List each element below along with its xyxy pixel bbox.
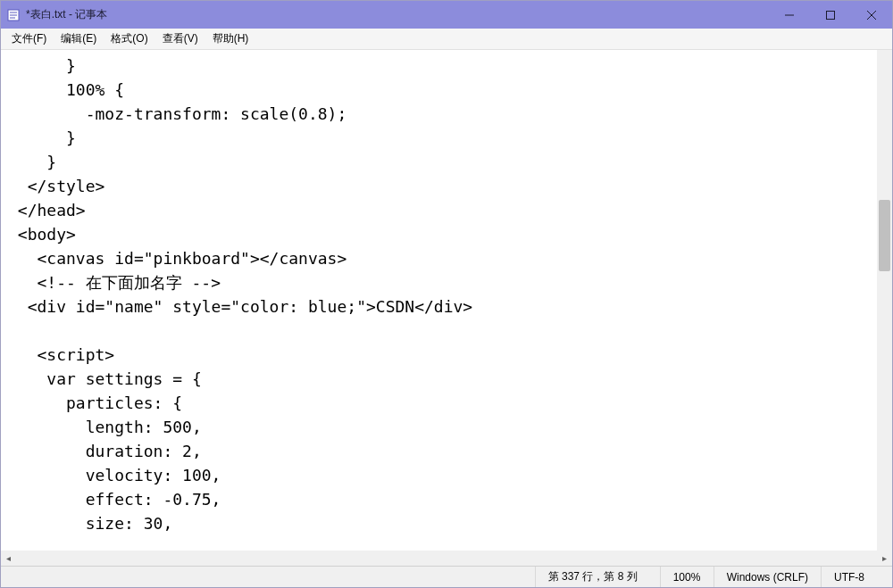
close-button[interactable] xyxy=(851,1,892,29)
horizontal-scrollbar[interactable]: ◂ ▸ xyxy=(1,551,892,566)
title-bar[interactable]: *表白.txt - 记事本 xyxy=(1,1,892,29)
status-zoom: 100% xyxy=(660,567,714,587)
menu-edit[interactable]: 编辑(E) xyxy=(54,29,104,49)
status-bar: 第 337 行，第 8 列 100% Windows (CRLF) UTF-8 xyxy=(1,566,892,587)
app-icon xyxy=(6,8,21,22)
scroll-left-arrow-icon[interactable]: ◂ xyxy=(1,551,16,566)
menu-format[interactable]: 格式(O) xyxy=(104,29,154,49)
window-title: *表白.txt - 记事本 xyxy=(26,7,769,22)
maximize-icon xyxy=(826,11,835,20)
menu-view[interactable]: 查看(V) xyxy=(155,29,205,49)
scroll-right-arrow-icon[interactable]: ▸ xyxy=(877,551,892,566)
minimize-icon xyxy=(785,11,794,20)
minimize-button[interactable] xyxy=(769,1,810,29)
menu-help[interactable]: 帮助(H) xyxy=(205,29,256,49)
text-editor[interactable]: } 100% { -moz-transform: scale(0.8); } }… xyxy=(1,50,892,551)
menu-bar: 文件(F) 编辑(E) 格式(O) 查看(V) 帮助(H) xyxy=(1,29,892,50)
close-icon xyxy=(867,11,876,20)
notepad-window: *表白.txt - 记事本 文件(F) 编辑(E) 格式(O) xyxy=(0,0,893,588)
window-controls xyxy=(769,1,892,29)
vertical-scrollbar[interactable] xyxy=(877,50,892,551)
vertical-scrollbar-thumb[interactable] xyxy=(879,200,890,271)
status-line-ending: Windows (CRLF) xyxy=(714,567,821,587)
maximize-button[interactable] xyxy=(810,1,851,29)
status-encoding: UTF-8 xyxy=(821,567,892,587)
status-position: 第 337 行，第 8 列 xyxy=(535,567,660,587)
editor-area: } 100% { -moz-transform: scale(0.8); } }… xyxy=(1,50,892,551)
svg-rect-5 xyxy=(827,11,835,19)
menu-file[interactable]: 文件(F) xyxy=(4,29,54,49)
